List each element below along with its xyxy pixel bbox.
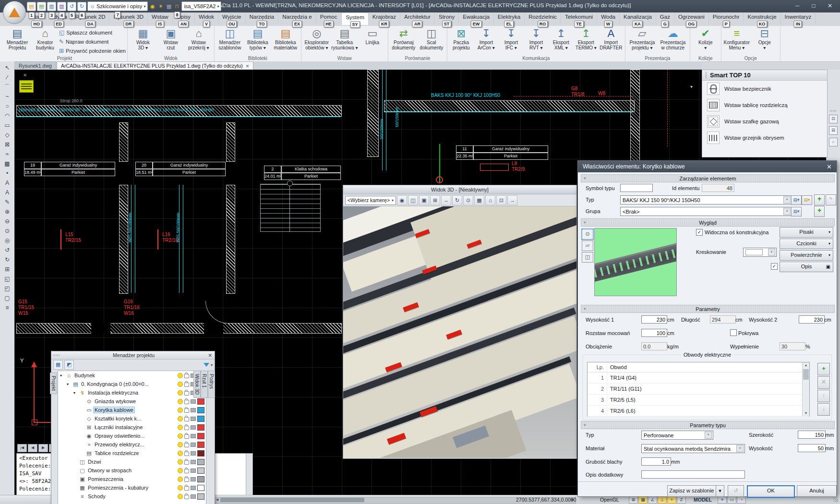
ribbon-tab[interactable]: Rysunek 2D DA bbox=[72, 12, 110, 24]
ribbon-tab[interactable]: Pomoc HE bbox=[316, 12, 342, 24]
ok-button[interactable]: OK bbox=[747, 485, 795, 498]
ribbon-button[interactable]: ⇄ Porównaj dokumenty bbox=[390, 26, 418, 50]
app-logo[interactable] bbox=[3, 1, 26, 24]
opis-button[interactable]: Opis▣ bbox=[780, 262, 833, 272]
tree-item[interactable]: ▢ Otwory w stropach bbox=[58, 466, 206, 475]
palette-tab-podrys[interactable]: Podrys bbox=[208, 371, 215, 398]
tool-icon[interactable]: ⊖ bbox=[2, 217, 12, 226]
ribbon-tab[interactable]: Ewakuacja EW bbox=[459, 12, 494, 24]
close-tab-icon[interactable]: ✕ bbox=[246, 64, 250, 69]
tool-icon[interactable]: ↻ bbox=[2, 255, 12, 264]
ribbon-button[interactable]: ▤ Biblioteka materiałów bbox=[272, 26, 300, 50]
ribbon-small-button[interactable]: ⊞ Przywróć położenie okien bbox=[59, 46, 126, 55]
obwody-table[interactable]: Lp. Obwód 1 TR1/4 (G4) 2 TR1/11 (G11) bbox=[587, 362, 810, 417]
polar-toggle-icon[interactable]: ⊥ bbox=[658, 496, 667, 504]
grubosc-input[interactable] bbox=[641, 457, 671, 466]
document-tab-active[interactable]: ArCADia-INSTALACJE ELEKTRYCZNE PLUS Przy… bbox=[57, 61, 253, 70]
tool-icon[interactable]: ✎ bbox=[2, 198, 12, 207]
visibility-bulb-icon[interactable] bbox=[178, 433, 183, 439]
view3d-title[interactable]: Widok 3D - [Nieaktywny] bbox=[343, 185, 576, 194]
tool-icon[interactable]: ≈ bbox=[2, 150, 12, 159]
view3d-tool-icon[interactable]: ↻ bbox=[452, 195, 462, 205]
visibility-bulb-icon[interactable] bbox=[178, 468, 183, 473]
view3d-tool-icon[interactable]: ⊡ bbox=[496, 195, 506, 205]
print-icon[interactable] bbox=[191, 494, 196, 499]
print-icon[interactable] bbox=[191, 477, 196, 481]
ribbon-button[interactable]: ▦ Widok 3D ▾ bbox=[129, 26, 157, 50]
zapisz-w-szablonie-button[interactable]: Zapisz w szablonie bbox=[667, 485, 716, 497]
tool-icon[interactable]: ↖ bbox=[2, 63, 12, 72]
lock-icon[interactable] bbox=[184, 426, 189, 430]
ribbon-button[interactable]: ↧ Import ArCon ▾ bbox=[474, 26, 499, 50]
smart-list-item[interactable]: Wstaw tablicę rozdzielczą bbox=[702, 97, 827, 113]
print-icon[interactable] bbox=[191, 468, 196, 473]
tree-item[interactable]: ≡ Schody bbox=[58, 492, 206, 501]
tree-item[interactable]: ◫ Drzwi bbox=[58, 457, 206, 466]
filter-icon[interactable] bbox=[204, 363, 209, 367]
obwod-row[interactable]: 2 TR1/11 (G11) bbox=[588, 384, 809, 395]
ribbon-tab[interactable]: Rozdzielnic RO bbox=[525, 12, 561, 24]
opengl-label[interactable]: OpenGL bbox=[600, 497, 619, 503]
view3d-tool-icon[interactable]: ◉ bbox=[397, 195, 407, 205]
preview-camera-icon[interactable]: ⊙ bbox=[582, 229, 593, 240]
tool-icon[interactable]: ↺ bbox=[2, 246, 12, 255]
osnap-toggle-icon[interactable]: + bbox=[667, 496, 676, 504]
canvas-menu-icon[interactable] bbox=[19, 80, 34, 93]
add-group-button[interactable]: + bbox=[814, 206, 825, 217]
ribbon-tab[interactable]: Wyjście OU bbox=[218, 12, 246, 24]
ribbon-tab[interactable]: Narzędzia e EX bbox=[278, 12, 316, 24]
visibility-bulb-icon[interactable] bbox=[178, 451, 183, 456]
tool-icon[interactable]: ⊙ bbox=[2, 227, 12, 236]
palette-tab-projekt[interactable]: Projekt bbox=[50, 372, 57, 394]
tree-item[interactable]: ▣ Pomieszczenia bbox=[58, 475, 206, 483]
expand-icon[interactable]: ▾ bbox=[67, 382, 71, 386]
tool-icon[interactable]: A bbox=[2, 179, 12, 188]
ribbon-tab[interactable]: Narzędzia TO bbox=[245, 12, 278, 24]
lock-icon[interactable] bbox=[184, 486, 189, 491]
lock-icon[interactable] bbox=[184, 460, 189, 465]
visibility-bulb-icon[interactable] bbox=[178, 373, 183, 378]
tool-icon[interactable]: ◱ bbox=[2, 275, 12, 284]
tree-item[interactable]: ⊙ Gniazda wtykowe bbox=[58, 397, 206, 406]
view3d-viewport[interactable] bbox=[343, 206, 576, 458]
visibility-bulb-icon[interactable] bbox=[178, 399, 183, 404]
wysokosc-typu-input[interactable] bbox=[798, 444, 826, 452]
widoczna-os-checkbox[interactable]: ✓ bbox=[696, 229, 703, 236]
obwody-scrollbar[interactable]: ▲▼ bbox=[802, 362, 809, 416]
group-library-icon[interactable]: ▤▾ bbox=[791, 207, 802, 216]
element-preview[interactable] bbox=[594, 228, 677, 296]
command-scrollbar[interactable] bbox=[246, 454, 252, 498]
section-wyglad[interactable]: ˅Wygląd bbox=[581, 218, 835, 227]
color-chip[interactable] bbox=[197, 493, 204, 500]
toggle-icon[interactable]: ▭ bbox=[727, 496, 736, 504]
lock-icon[interactable] bbox=[184, 417, 189, 421]
sun-settings-icon[interactable]: ☀ bbox=[157, 2, 164, 10]
obwod-row[interactable]: 1 TR1/4 (G4) bbox=[588, 372, 809, 384]
ribbon-tab[interactable]: Strony ST bbox=[435, 12, 459, 24]
ribbon-tab[interactable]: Telekomuni TE bbox=[561, 12, 597, 24]
ribbon-button[interactable]: ↥ Eksport XML ▾ bbox=[549, 26, 574, 50]
select-icon[interactable]: ◩ bbox=[64, 360, 74, 370]
ribbon-tab[interactable]: Gaz G bbox=[656, 12, 674, 24]
zapisz-dropdown-icon[interactable]: ▾ bbox=[716, 485, 724, 497]
add-type-button[interactable]: + bbox=[814, 194, 825, 205]
typ-perforacji-combo[interactable]: Perforowane˅ bbox=[641, 431, 713, 440]
color-chip[interactable] bbox=[197, 424, 204, 431]
section-parametry[interactable]: ˅Parametry bbox=[581, 305, 835, 313]
ribbon-button[interactable]: ◫ Scal dokumenty bbox=[418, 26, 445, 50]
powierzchnie-button[interactable]: Powierzchnie▾ bbox=[780, 250, 833, 261]
print-icon[interactable] bbox=[191, 486, 196, 490]
kreskowanie-combo[interactable]: ˅ bbox=[743, 248, 777, 257]
lock-icon[interactable] bbox=[184, 400, 189, 404]
ribbon-button[interactable]: ▭ Linijka bbox=[359, 26, 386, 50]
tool-icon[interactable]: ⊠ bbox=[2, 140, 12, 149]
section-parametry-typu[interactable]: ˅Parametry typu bbox=[581, 421, 835, 429]
tool-icon[interactable]: ▩ bbox=[2, 159, 12, 168]
qat-more-icon[interactable]: ▾ bbox=[222, 2, 229, 10]
tree-item[interactable]: ◉ Oprawy oświetlenio... bbox=[58, 432, 206, 440]
dock-grip[interactable] bbox=[830, 110, 837, 112]
palette-tab-rzut1[interactable]: Rzut 1 bbox=[201, 371, 208, 398]
lwt-toggle-icon[interactable]: Z bbox=[677, 496, 686, 504]
lock-icon[interactable] bbox=[184, 495, 189, 499]
ribbon-tab[interactable]: Ogrzewani OG bbox=[674, 12, 709, 24]
